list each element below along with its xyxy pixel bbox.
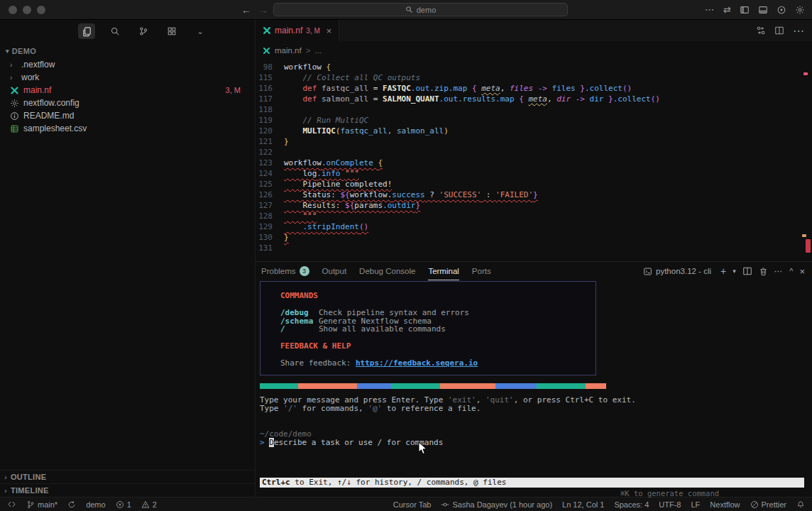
panel-tab-debug-console[interactable]: Debug Console — [359, 262, 415, 280]
code-line-127[interactable]: 127 Results: ${params.outdir} — [256, 200, 812, 211]
code-line-126[interactable]: 126 Status: ${workflow.success ? 'SUCCES… — [256, 189, 812, 200]
sidebar-action-source-control[interactable] — [135, 23, 152, 39]
panel-tab-problems[interactable]: Problems3 — [261, 262, 309, 280]
panel-action-chevron-up[interactable]: ^ — [789, 267, 793, 275]
status-item-bell[interactable] — [796, 500, 805, 509]
chevron-down-icon: ⌄ — [197, 27, 203, 36]
maximize-window-button[interactable] — [37, 6, 45, 14]
file-problems-badge: 3, M — [226, 86, 241, 94]
status-item-utf-8[interactable]: UTF-8 — [659, 500, 681, 509]
code-line-119[interactable]: 119 // Run MultiQC — [256, 115, 812, 126]
status-label: UTF-8 — [659, 500, 681, 509]
editor-tab-bar: main.nf 3, M × ⋯ — [256, 20, 812, 41]
info-file-icon — [10, 111, 19, 121]
status-item-cursor-tab[interactable]: Cursor Tab — [393, 500, 432, 509]
status-label: Ln 12, Col 1 — [562, 500, 604, 509]
file-item--nextflow[interactable]: ›.nextflow — [0, 58, 255, 71]
sidebar-action-files[interactable] — [78, 23, 95, 39]
code-line-129[interactable]: 129 .stripIndent() — [256, 221, 812, 232]
command-center-search[interactable]: demo — [273, 3, 568, 16]
panel-action-add[interactable]: + — [720, 265, 726, 277]
code-line-117[interactable]: 117 def salmon_all = SALMON_QUANT.out.re… — [256, 94, 812, 104]
feedback-label: Share feedback: — [280, 358, 356, 368]
tab-main-nf[interactable]: main.nf 3, M × — [256, 20, 339, 41]
code-line-121[interactable]: 121} — [256, 136, 812, 147]
status-item-1[interactable]: 1 — [116, 500, 131, 509]
feedback-link[interactable]: https://feedback.seqera.io — [356, 358, 478, 368]
terminal-instance-selector[interactable]: python3.12 - cli — [643, 267, 711, 276]
panel-tab-terminal[interactable]: Terminal — [428, 262, 459, 280]
status-label: Cursor Tab — [393, 500, 432, 509]
status-item-main[interactable]: main* — [26, 500, 57, 509]
file-item-work[interactable]: ›work — [0, 71, 255, 84]
terminal-prompt-input[interactable]: > Describe a task or use / for commands — [260, 438, 443, 447]
layout-sidebar-icon[interactable] — [740, 5, 750, 15]
status-item-lf[interactable]: LF — [691, 500, 701, 509]
panel-action-close[interactable]: × — [799, 266, 805, 277]
code-line-124[interactable]: 124 log.info """ — [256, 168, 812, 179]
split-editor-icon[interactable] — [774, 26, 784, 35]
breadcrumb-symbol[interactable]: ... — [314, 46, 322, 55]
status-item-demo[interactable]: demo — [86, 500, 106, 509]
minimize-window-button[interactable] — [23, 6, 31, 14]
history-back-button[interactable]: ← — [241, 4, 251, 16]
code-line-118[interactable]: 118 — [256, 104, 812, 115]
layout-panel-icon[interactable] — [758, 5, 768, 15]
file-item-samplesheet-csv[interactable]: samplesheet.csv — [0, 122, 255, 135]
status-item-prettier[interactable]: Prettier — [750, 500, 786, 509]
code-line-115[interactable]: 115 // Collect all QC outputs — [256, 72, 812, 83]
sidebar-section-timeline[interactable]: ›TIMELINE — [0, 483, 255, 497]
sidebar-action-extensions[interactable] — [163, 23, 180, 39]
panel-tab-ports[interactable]: Ports — [472, 262, 491, 280]
breadcrumb[interactable]: main.nf > ... — [256, 41, 812, 60]
breadcrumb-file[interactable]: main.nf — [275, 46, 302, 55]
sidebar-action-chevron-down[interactable]: ⌄ — [192, 23, 209, 39]
more-icon[interactable]: ⋯ — [793, 24, 805, 38]
command-description: Show all available commands — [319, 325, 446, 334]
code-line-98[interactable]: 98workflow { — [256, 62, 812, 72]
code-line-128[interactable]: 128 """ — [256, 211, 812, 221]
close-window-button[interactable] — [9, 6, 17, 14]
code-line-123[interactable]: 123workflow.onComplete { — [256, 158, 812, 168]
tab-close-icon[interactable]: × — [327, 26, 332, 36]
sidebar-action-search[interactable] — [106, 23, 124, 39]
status-item-sync[interactable] — [67, 500, 76, 509]
status-item-sasha-dagayev-1-hour-ago[interactable]: Sasha Dagayev (1 hour ago) — [441, 500, 552, 509]
code-line-120[interactable]: 120 MULTIQC(fastqc_all, salmon_all) — [256, 126, 812, 136]
code-text: .stripIndent() — [284, 221, 368, 232]
panel-tab-output[interactable]: Output — [322, 262, 347, 280]
code-line-125[interactable]: 125 Pipeline completed! — [256, 179, 812, 189]
copilot-icon[interactable] — [777, 5, 786, 15]
panel-action-more[interactable]: ⋯ — [774, 266, 784, 276]
status-item-2[interactable]: 2 — [141, 500, 157, 509]
gradient-segment — [298, 383, 357, 389]
panel-action-split-editor[interactable] — [742, 266, 752, 276]
code-editor[interactable]: 98workflow {115 // Collect all QC output… — [256, 60, 812, 261]
overview-ruler-mark — [802, 234, 806, 237]
prompt-placeholder: escribe a task or use / for commands — [274, 438, 443, 447]
file-item-main-nf[interactable]: main.nf3, M — [0, 84, 255, 97]
swap-arrows-icon[interactable]: ⇄ — [723, 5, 731, 14]
extensions-icon — [167, 26, 177, 36]
code-line-116[interactable]: 116 def fastqc_all = FASTQC.out.zip.map … — [256, 83, 812, 94]
status-item-spaces-4[interactable]: Spaces: 4 — [614, 500, 649, 509]
panel-action-trash[interactable] — [759, 267, 768, 276]
code-line-130[interactable]: 130} — [256, 232, 812, 243]
code-line-122[interactable]: 122 — [256, 147, 812, 158]
panel-action-chevron-down-small[interactable]: ▾ — [733, 268, 736, 275]
file-item-nextflow-config[interactable]: nextflow.config — [0, 97, 255, 109]
sidebar-section-outline[interactable]: ›OUTLINE — [0, 470, 255, 483]
compare-changes-icon[interactable] — [756, 26, 766, 35]
code-text: """ — [284, 211, 317, 221]
code-text: def salmon_all = SALMON_QUANT.out.result… — [284, 94, 660, 104]
explorer-section-header[interactable]: ▾ DEMO — [0, 43, 255, 58]
status-item-nextflow[interactable]: Nextflow — [710, 500, 740, 509]
code-line-131[interactable]: 131 — [256, 243, 812, 253]
file-name: README.md — [23, 111, 74, 121]
file-item-README-md[interactable]: README.md — [0, 109, 255, 122]
status-item-remote[interactable] — [7, 500, 16, 509]
more-icon[interactable]: ⋯ — [705, 5, 715, 14]
status-item-ln-12-col-1[interactable]: Ln 12, Col 1 — [562, 500, 604, 509]
chevron-right-icon: › — [4, 486, 7, 495]
settings-gear-icon[interactable] — [795, 5, 805, 15]
